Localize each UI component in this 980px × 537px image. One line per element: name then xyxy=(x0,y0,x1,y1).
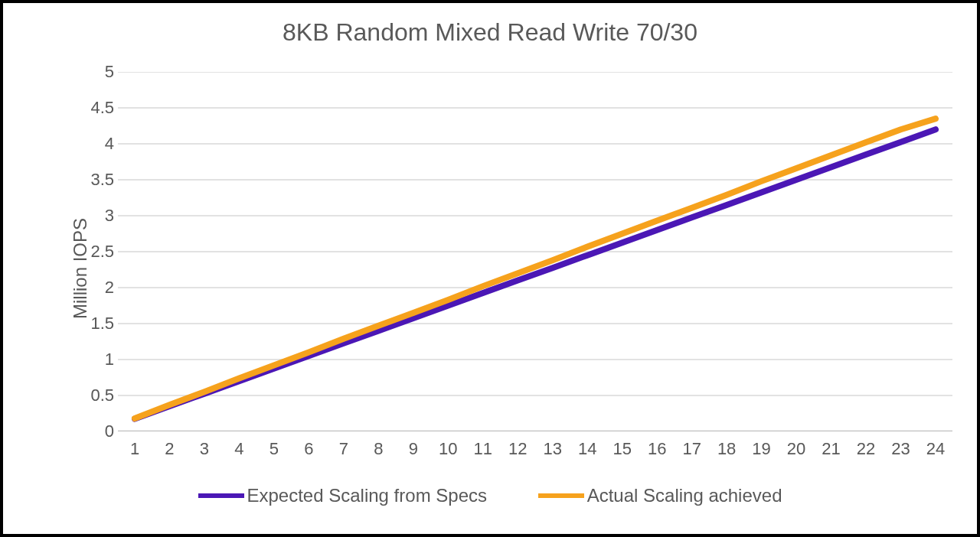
y-tick-label: 5 xyxy=(72,62,114,82)
legend-swatch-expected xyxy=(198,493,244,498)
x-tick-label: 24 xyxy=(926,439,945,459)
x-axis-ticks: 123456789101112131415161718192021222324 xyxy=(118,439,952,462)
y-tick-label: 0 xyxy=(72,421,114,441)
y-axis-label: Million IOPS xyxy=(70,218,91,319)
x-tick-label: 2 xyxy=(165,439,174,459)
x-tick-label: 5 xyxy=(270,439,279,459)
legend-swatch-actual xyxy=(538,493,584,498)
x-tick-label: 12 xyxy=(508,439,527,459)
y-tick-label: 4 xyxy=(72,134,114,154)
x-tick-label: 10 xyxy=(439,439,457,459)
y-tick-label: 2.5 xyxy=(72,242,114,262)
y-tick-label: 3 xyxy=(72,206,114,226)
x-tick-label: 4 xyxy=(234,439,243,459)
chart-svg xyxy=(118,72,952,431)
y-tick-label: 1.5 xyxy=(72,314,114,334)
x-tick-label: 23 xyxy=(891,439,910,459)
plot-area xyxy=(118,72,952,431)
x-tick-label: 8 xyxy=(374,439,383,459)
x-tick-label: 1 xyxy=(130,439,139,459)
x-tick-label: 22 xyxy=(857,439,875,459)
chart-title: 8KB Random Mixed Read Write 70/30 xyxy=(3,18,977,47)
y-tick-label: 4.5 xyxy=(72,98,114,118)
y-tick-label: 0.5 xyxy=(72,386,114,405)
x-tick-label: 18 xyxy=(717,439,736,459)
legend-item-expected: Expected Scaling from Specs xyxy=(198,485,488,506)
chart-container: 8KB Random Mixed Read Write 70/30 Millio… xyxy=(0,0,980,537)
x-tick-label: 9 xyxy=(409,439,418,459)
x-tick-label: 19 xyxy=(752,439,770,459)
x-tick-label: 3 xyxy=(200,439,209,459)
x-tick-label: 20 xyxy=(787,439,805,459)
y-tick-label: 1 xyxy=(72,350,114,369)
x-tick-label: 13 xyxy=(543,439,561,459)
x-tick-label: 14 xyxy=(578,439,596,459)
x-tick-label: 7 xyxy=(339,439,348,459)
x-tick-label: 16 xyxy=(648,439,666,459)
x-tick-label: 11 xyxy=(474,439,492,459)
x-tick-label: 6 xyxy=(304,439,313,459)
legend-item-actual: Actual Scaling achieved xyxy=(538,485,782,506)
chart-legend: Expected Scaling from Specs Actual Scali… xyxy=(3,481,977,506)
x-tick-label: 15 xyxy=(612,439,631,459)
y-tick-label: 3.5 xyxy=(72,170,114,190)
x-tick-label: 17 xyxy=(682,439,701,459)
y-tick-label: 2 xyxy=(72,278,114,298)
x-tick-label: 21 xyxy=(822,439,840,459)
legend-label-expected: Expected Scaling from Specs xyxy=(247,485,488,506)
legend-label-actual: Actual Scaling achieved xyxy=(587,485,782,506)
